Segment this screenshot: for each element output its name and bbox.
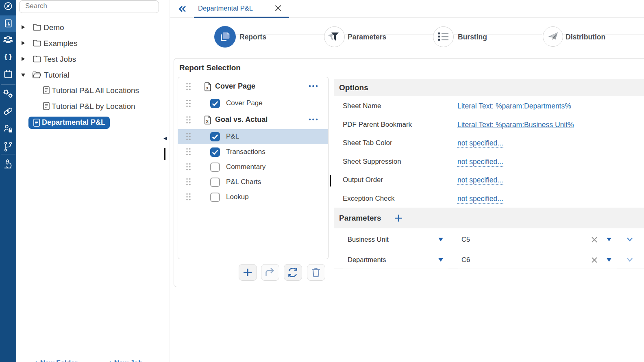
svg-text:x: x xyxy=(206,86,209,90)
svg-text:x: x xyxy=(206,119,209,124)
